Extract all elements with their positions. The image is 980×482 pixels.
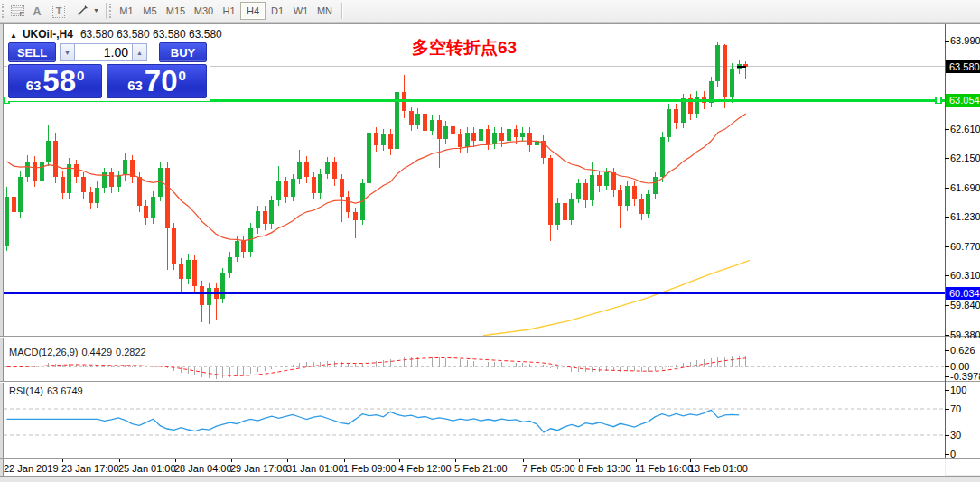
candle-body[interactable] [632, 186, 637, 200]
timeframe-button-mn[interactable]: MN [313, 2, 337, 20]
candle-body[interactable] [723, 45, 727, 97]
candle-body[interactable] [40, 162, 44, 181]
candle-body[interactable] [137, 177, 142, 206]
candle-body[interactable] [109, 172, 114, 187]
candle-body[interactable] [674, 109, 678, 124]
candle-body[interactable] [520, 133, 525, 137]
arrows-tool-icon[interactable] [73, 3, 91, 19]
timeframe-button-m15[interactable]: M15 [162, 2, 190, 20]
candle-body[interactable] [576, 183, 581, 198]
candle-body[interactable] [667, 109, 671, 137]
candle-body[interactable] [479, 129, 483, 141]
candle-body[interactable] [409, 111, 414, 124]
candle-body[interactable] [367, 133, 371, 184]
candle-body[interactable] [507, 129, 511, 141]
candle-body[interactable] [117, 175, 121, 187]
macd-indicator-canvas[interactable] [4, 338, 945, 381]
candle-body[interactable] [374, 133, 378, 145]
text-tool-icon[interactable]: A [28, 3, 46, 19]
candle-body[interactable] [423, 114, 427, 131]
timeframe-button-w1[interactable]: W1 [289, 2, 313, 20]
candle-body[interactable] [291, 179, 295, 196]
ma-slow-line[interactable] [483, 260, 750, 335]
candle-body[interactable] [235, 241, 239, 257]
candle-body[interactable] [639, 199, 644, 214]
candle-body[interactable] [443, 126, 448, 139]
candle-body[interactable] [527, 133, 532, 145]
candle-body[interactable] [207, 288, 211, 305]
candle-body[interactable] [89, 192, 93, 203]
sell-button[interactable]: SELL [8, 42, 56, 62]
candle-body[interactable] [555, 203, 560, 226]
candle-body[interactable] [123, 160, 127, 175]
rsi-indicator-canvas[interactable] [4, 383, 945, 458]
candle-body[interactable] [486, 129, 490, 144]
chart-grid-f-icon[interactable]: F [8, 3, 26, 19]
candle-body[interactable] [172, 228, 176, 264]
candle-body[interactable] [583, 183, 588, 200]
candle-body[interactable] [18, 177, 23, 212]
candle-body[interactable] [381, 134, 386, 145]
panel-collapse-icon[interactable]: ▲ [10, 32, 17, 40]
candle-body[interactable] [151, 197, 155, 219]
candle-body[interactable] [95, 188, 99, 202]
candle-body[interactable] [465, 133, 470, 147]
candle-body[interactable] [144, 206, 148, 218]
candle-body[interactable] [604, 172, 609, 185]
candle-body[interactable] [437, 120, 442, 139]
candle-body[interactable] [53, 141, 58, 177]
timeframe-button-d1[interactable]: D1 [266, 2, 289, 20]
candle-body[interactable] [730, 69, 734, 97]
candle-body[interactable] [681, 98, 686, 123]
candle-body[interactable] [256, 211, 260, 228]
candle-body[interactable] [548, 158, 553, 225]
candle-body[interactable] [200, 286, 204, 305]
price-scale-separator[interactable] [945, 24, 946, 458]
candle-body[interactable] [514, 129, 518, 136]
candle-body[interactable] [12, 197, 16, 213]
candle-body[interactable] [499, 133, 504, 141]
candle-body[interactable] [5, 197, 9, 246]
candle-body[interactable] [451, 126, 455, 134]
candle-body[interactable] [388, 134, 393, 149]
candle-body[interactable] [597, 175, 602, 185]
lot-increase-button[interactable]: ▲ [132, 43, 147, 61]
candle-body[interactable] [646, 194, 650, 213]
toolbar-grip-2[interactable] [109, 4, 112, 18]
lot-size-input[interactable] [75, 43, 132, 61]
toolbar-grip[interactable] [2, 4, 5, 18]
candle-body[interactable] [611, 172, 616, 190]
candle-body[interactable] [569, 199, 574, 220]
candle-body[interactable] [46, 141, 51, 162]
candle-body[interactable] [353, 212, 358, 219]
candle-body[interactable] [415, 114, 420, 125]
buy-button[interactable]: BUY [159, 42, 207, 62]
candle-body[interactable] [263, 211, 267, 224]
candle-body[interactable] [165, 168, 170, 228]
timeframe-button-h4[interactable]: H4 [240, 2, 266, 20]
candle-body[interactable] [695, 97, 699, 114]
text-label-tool-icon[interactable]: T [50, 3, 68, 19]
arrows-dropdown-caret-icon[interactable]: ▼ [93, 7, 99, 14]
timeframe-button-m1[interactable]: M1 [115, 2, 138, 20]
candle-body[interactable] [33, 162, 37, 181]
candle-body[interactable] [653, 177, 658, 194]
candle-body[interactable] [192, 260, 197, 285]
candle-body[interactable] [25, 162, 30, 178]
candle-body[interactable] [618, 190, 622, 206]
candle-body[interactable] [430, 120, 434, 131]
candle-body[interactable] [284, 181, 288, 196]
candle-body[interactable] [74, 164, 79, 177]
candle-body[interactable] [402, 92, 406, 111]
candle-body[interactable] [220, 273, 225, 298]
candle-body[interactable] [312, 177, 316, 193]
timeframe-button-m5[interactable]: M5 [138, 2, 162, 20]
candle-body[interactable] [340, 179, 344, 196]
candle-body[interactable] [179, 264, 183, 280]
candle-body[interactable] [492, 133, 497, 144]
candle-body[interactable] [61, 177, 65, 193]
candle-body[interactable] [269, 200, 274, 223]
candle-body[interactable] [715, 45, 720, 81]
candle-body[interactable] [241, 241, 246, 252]
candle-body[interactable] [346, 197, 350, 213]
